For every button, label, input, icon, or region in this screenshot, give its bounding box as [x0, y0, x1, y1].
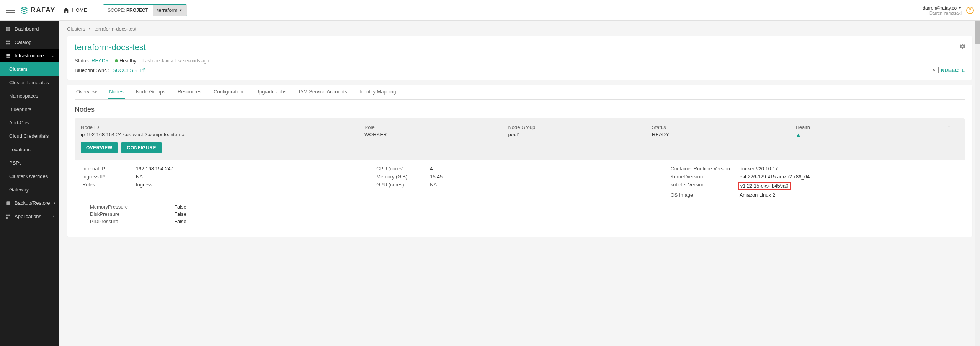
configure-button[interactable]: CONFIGURE	[121, 142, 162, 153]
home-label: HOME	[72, 7, 87, 13]
logo[interactable]: RAFAY	[20, 6, 55, 15]
overview-button[interactable]: OVERVIEW	[81, 142, 118, 153]
detail-row: Internal IP192.168.154.247	[82, 166, 369, 171]
last-checkin: Last check-in a few seconds ago	[142, 58, 209, 64]
svg-rect-10	[8, 214, 10, 216]
sidebar-item-infrastructure[interactable]: Infrastructure ⌄	[0, 49, 59, 62]
dashboard-icon	[5, 26, 11, 32]
page-scrollbar[interactable]	[975, 21, 980, 346]
tab-upgrade-jobs[interactable]: Upgrade Jobs	[254, 85, 288, 99]
home-link[interactable]: HOME	[63, 7, 87, 14]
tab-identity[interactable]: Identity Mapping	[358, 85, 397, 99]
sidebar-item-catalog[interactable]: Catalog	[0, 36, 59, 49]
main-content: Clusters › terraform-docs-test terraform…	[59, 21, 980, 346]
help-icon[interactable]: ?	[966, 7, 974, 14]
sidebar-sub-namespaces[interactable]: Namespaces	[0, 89, 59, 103]
health-up-icon: ▲	[795, 132, 936, 138]
kubectl-button[interactable]: >_ KUBECTL	[932, 67, 965, 73]
tab-node-groups[interactable]: Node Groups	[134, 85, 167, 99]
detail-row: RolesIngress	[82, 182, 369, 190]
pressure-key: MemoryPressure	[90, 204, 167, 210]
svg-rect-9	[6, 214, 8, 216]
chevron-down-icon: ⌄	[51, 54, 54, 58]
detail-row: CPU (cores)4	[376, 166, 663, 171]
sidebar-sub-cloud-credentials[interactable]: Cloud Credentials	[0, 129, 59, 143]
external-link-icon[interactable]	[140, 67, 145, 73]
detail-row: Memory (GiB)15.45	[376, 174, 663, 180]
sidebar-item-dashboard[interactable]: Dashboard	[0, 22, 59, 36]
caret-down-icon: ▼	[958, 6, 962, 10]
detail-row	[82, 192, 369, 198]
scope-label: SCOPE: PROJECT	[103, 8, 152, 13]
tab-configuration[interactable]: Configuration	[212, 85, 245, 99]
tab-resources[interactable]: Resources	[176, 85, 203, 99]
detail-row	[376, 192, 663, 198]
pressure-value: False	[174, 211, 212, 217]
terminal-icon: >_	[932, 67, 939, 73]
sidebar-sub-blueprints[interactable]: Blueprints	[0, 103, 59, 116]
sidebar-sub-psps[interactable]: PSPs	[0, 156, 59, 170]
detail-row: kubelet Versionv1.22.15-eks-fb459a0	[671, 182, 957, 190]
sidebar-sub-cluster-templates[interactable]: Cluster Templates	[0, 76, 59, 89]
node-group: pool1	[508, 132, 648, 137]
sidebar-item-applications[interactable]: Applications ›	[0, 210, 59, 223]
sidebar-item-backup[interactable]: Backup/Restore ›	[0, 196, 59, 210]
logo-icon	[20, 6, 28, 15]
detail-row: Ingress IPNA	[82, 174, 369, 180]
svg-rect-0	[6, 27, 8, 28]
caret-down-icon: ▼	[179, 8, 182, 12]
cluster-header-card: terraform-docs-test Status: READY Health…	[67, 36, 972, 80]
breadcrumb-current: terraform-docs-test	[94, 26, 136, 32]
node-details: Internal IP192.168.154.247CPU (cores)4Co…	[75, 160, 965, 230]
tab-nodes[interactable]: Nodes	[108, 85, 125, 99]
sidebar-sub-clusters[interactable]: Clusters	[0, 62, 59, 76]
user-block: darren@rafay.co ▼ Darren Yamasaki ?	[923, 5, 974, 15]
scope-value-dropdown[interactable]: terraform ▼	[153, 5, 187, 16]
scope-selector: SCOPE: PROJECT terraform ▼	[103, 4, 187, 16]
header-divider	[95, 5, 95, 16]
detail-row: GPU (cores)NA	[376, 182, 663, 190]
svg-rect-3	[8, 29, 10, 31]
sidebar-sub-gateway[interactable]: Gateway	[0, 183, 59, 196]
sidebar-sub-addons[interactable]: Add-Ons	[0, 116, 59, 129]
scrollbar-thumb[interactable]	[975, 21, 980, 44]
blueprint-sync-status: SUCCESS	[113, 67, 137, 73]
svg-rect-6	[6, 43, 8, 44]
applications-icon	[5, 214, 11, 219]
kubelet-version-highlight: v1.22.15-eks-fb459a0	[738, 182, 791, 190]
node-id: ip-192-168-154-247.us-west-2.compute.int…	[81, 132, 361, 137]
pressure-key: DiskPressure	[90, 211, 167, 217]
detail-row: Kernel Version5.4.226-129.415.amzn2.x86_…	[671, 174, 957, 180]
breadcrumb: Clusters › terraform-docs-test	[67, 26, 972, 32]
section-title: Nodes	[75, 106, 965, 114]
gear-icon[interactable]	[959, 42, 966, 51]
home-icon	[63, 7, 70, 14]
svg-rect-8	[6, 201, 10, 205]
node-row-header: Node ID ip-192-168-154-247.us-west-2.com…	[75, 118, 965, 160]
catalog-icon	[5, 40, 11, 45]
svg-rect-11	[6, 217, 8, 219]
user-menu[interactable]: darren@rafay.co ▼	[923, 5, 962, 11]
tab-overview[interactable]: Overview	[75, 85, 98, 99]
sidebar-sub-cluster-overrides[interactable]: Cluster Overrides	[0, 170, 59, 183]
svg-rect-5	[8, 40, 10, 42]
nodes-card: Overview Nodes Node Groups Resources Con…	[67, 85, 972, 237]
pressure-value: False	[174, 204, 212, 210]
tab-iam[interactable]: IAM Service Accounts	[297, 85, 349, 99]
chevron-right-icon: ›	[53, 214, 54, 219]
sidebar-sub-locations[interactable]: Locations	[0, 143, 59, 156]
hamburger-menu-icon[interactable]	[6, 6, 15, 15]
tabs: Overview Nodes Node Groups Resources Con…	[75, 85, 965, 100]
infrastructure-icon	[5, 53, 11, 59]
pressure-key: PIDPressure	[90, 219, 167, 224]
collapse-toggle[interactable]: ⌃	[939, 124, 959, 130]
svg-rect-2	[6, 29, 8, 31]
health-dot-icon	[115, 59, 118, 62]
pressure-value: False	[174, 219, 212, 224]
breadcrumb-root[interactable]: Clusters	[67, 26, 85, 32]
health-indicator: Healthy	[115, 58, 136, 64]
cluster-name: terraform-docs-test	[75, 42, 965, 52]
sidebar: Dashboard Catalog Infrastructure ⌄ Clust…	[0, 21, 59, 346]
svg-rect-4	[6, 40, 8, 42]
detail-row: OS ImageAmazon Linux 2	[671, 192, 957, 198]
